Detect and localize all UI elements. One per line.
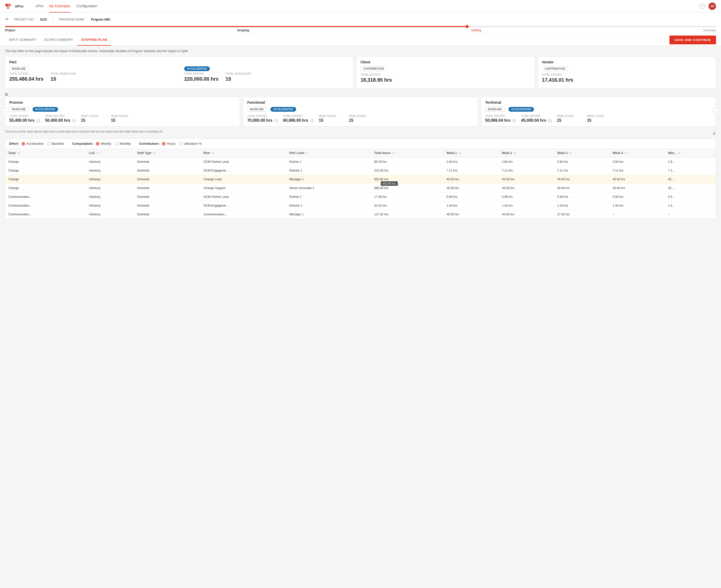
cell-2-7: 45.00 hrs — [499, 175, 554, 184]
contribution-utilization-radio[interactable] — [179, 142, 183, 146]
export-icon[interactable]: ⤓ — [712, 130, 716, 136]
cell-6-1: Advisory — [86, 210, 134, 219]
tab-scope-summary[interactable]: SCOPE SUMMARY — [40, 34, 77, 46]
col-header-staff-type[interactable]: Staff Type ⇅ — [134, 149, 200, 158]
program-name-value: Program ABC — [91, 18, 111, 21]
tab-staffing-plan[interactable]: STAFFING PLAN — [77, 34, 111, 46]
progress-track — [5, 26, 716, 27]
cat-acc-badge-0: ACCELERATED — [33, 107, 58, 112]
pwc-acc-headcount-value: 15 — [226, 76, 252, 82]
cat-baseline-badge-0: BASELINE — [9, 107, 28, 112]
category-card-0: Process BASELINE ACCELERATED TOTAL EFFOR… — [5, 97, 240, 126]
col-header-total-hours[interactable]: Total Hours ⇅ — [371, 149, 444, 158]
cell-2-3: Change Lead — [200, 175, 287, 184]
computation-weekly-radio[interactable] — [96, 142, 99, 146]
nav-link-my-estimates[interactable]: My Estimates — [49, 0, 70, 13]
pwc-baseline-headcount: TOTAL HEADCOUNT 15 — [50, 72, 77, 82]
info-icon-acc-2[interactable]: i — [548, 119, 552, 123]
col-header-wee...[interactable]: Wee... ⇅ — [665, 149, 716, 158]
sort-icon-9[interactable]: ⇅ — [624, 152, 627, 154]
col-header-role[interactable]: Role ⇅ — [200, 149, 287, 158]
eye-icon[interactable]: 👁 — [5, 17, 9, 22]
step-scoping[interactable]: Scoping — [237, 28, 249, 32]
nav-link-epro[interactable]: ePro — [36, 0, 43, 13]
cell-0-3: OCM Partner Lead — [200, 158, 287, 166]
col-header-week-2[interactable]: Week 2 ⇅ — [499, 149, 554, 158]
info-icon-baseline-2[interactable]: i — [512, 119, 516, 123]
cat-metrics-2: TOTAL EFFORT 50,086.04 hrs i TOTAL EFFOR… — [485, 115, 712, 123]
effort-baseline-radio[interactable] — [47, 142, 50, 146]
computation-weekly-label: Weekly — [101, 142, 111, 146]
vendor-card: Vendor CONTRIBUTION TOTAL EFFORT 17,416.… — [538, 56, 716, 89]
nav-arrow-left[interactable]: ‹ — [1, 108, 8, 115]
col-header-los[interactable]: LoS ⇅ — [86, 149, 134, 158]
effort-accelerated-label: Accelerated — [26, 142, 44, 146]
contribution-control-group: Contribution: Hours Utilization % — [139, 142, 202, 146]
progress-fill — [5, 26, 467, 27]
sort-icon-7[interactable]: ⇅ — [514, 152, 516, 154]
cat-acc-badge-2: ACCELERATED — [508, 107, 534, 112]
cell-5-7: 1.44 hrs — [499, 201, 554, 210]
sort-icon-5[interactable]: ⇅ — [393, 152, 395, 154]
vendor-effort: TOTAL EFFORT 17,416.01 hrs — [542, 74, 574, 83]
effort-baseline-option[interactable]: Baseline — [47, 142, 64, 146]
help-icon[interactable]: ? — [699, 3, 705, 9]
user-avatar[interactable]: JD — [708, 2, 716, 10]
step-project[interactable]: Project — [5, 28, 15, 32]
sort-icon-1[interactable]: ⇅ — [97, 152, 99, 154]
cell-0-6: 2.84 hrs — [444, 158, 499, 166]
col-header-week-3[interactable]: Week 3 ⇅ — [554, 149, 610, 158]
contribution-hours-option[interactable]: Hours — [162, 142, 175, 146]
sort-icon-8[interactable]: ⇅ — [569, 152, 571, 154]
table-row: Communication...AdvisoryDomesticOCM Enga… — [5, 201, 716, 210]
info-icon-acc-1[interactable]: i — [311, 119, 314, 123]
cell-2-8: 45.00 hrs — [554, 175, 610, 184]
info-icon-acc-0[interactable]: i — [72, 119, 76, 123]
pwc-baseline-effort-label: TOTAL EFFORT — [9, 72, 44, 75]
cell-4-4: Partner 1 — [287, 193, 371, 201]
project-meta: PROJECT NO: 0123 PROGRAM NAME: Program A… — [14, 17, 111, 22]
svg-rect-0 — [5, 4, 8, 6]
computation-monthly-radio[interactable] — [115, 142, 118, 146]
filter-icon[interactable]: ⧉ — [5, 92, 8, 97]
cat-baseline-hc-0: HEAD COUNT 15 — [81, 115, 106, 123]
cell-0-4: Partner 1 — [287, 158, 371, 166]
computation-monthly-option[interactable]: Monthly — [115, 142, 131, 146]
computation-weekly-option[interactable]: Weekly — [96, 142, 111, 146]
effort-accelerated-option[interactable]: Accelerated — [22, 142, 44, 146]
contribution-utilization-option[interactable]: Utilization % — [179, 142, 202, 146]
step-summary[interactable]: Summary — [703, 28, 716, 32]
table-row: ChangeAdvisoryDomesticOCM Engageme...Dir… — [5, 166, 716, 175]
info-icon-baseline-1[interactable]: i — [275, 119, 278, 123]
pwc-card-badges: BASELINE TOTAL EFFORT 255,486.04 hrs TOT… — [9, 67, 349, 82]
sort-icon-0[interactable]: ⇅ — [18, 152, 20, 154]
effort-baseline-label: Baseline — [52, 142, 64, 146]
cat-acc-hc-0: HEAD COUNT 15 — [111, 115, 136, 123]
info-icon-baseline-0[interactable]: i — [37, 119, 40, 123]
cell-0-0: Change — [5, 158, 86, 166]
nav-link-configuration[interactable]: Configuration — [76, 0, 97, 13]
nav-arrow-right[interactable]: › — [713, 108, 720, 115]
table-wrapper: Team ⇅LoS ⇅Staff Type ⇅Role ⇅PwC Level ⇅… — [5, 149, 716, 219]
col-header-pwc-level[interactable]: PwC Level ⇅ — [287, 149, 371, 158]
effort-accelerated-radio[interactable] — [22, 142, 25, 146]
sort-icon-6[interactable]: ⇅ — [459, 152, 461, 154]
contribution-hours-radio[interactable] — [162, 142, 166, 146]
cat-acc-effort-1: TOTAL EFFORT 60,086.00 hrs i — [283, 115, 314, 123]
sort-icon-2[interactable]: ⇅ — [153, 152, 155, 154]
col-header-week-4[interactable]: Week 4 ⇅ — [610, 149, 665, 158]
sort-icon-4[interactable]: ⇅ — [306, 152, 308, 154]
col-header-team[interactable]: Team ⇅ — [5, 149, 86, 158]
step-staffing[interactable]: Staffing — [471, 28, 481, 32]
cell-6-5: 117.02 hrs — [371, 210, 444, 219]
sort-icon-3[interactable]: ⇅ — [212, 152, 214, 154]
category-card-2: Technical BASELINE ACCELERATED TOTAL EFF… — [481, 97, 716, 126]
save-and-continue-button[interactable]: SAVE AND CONTINUE — [670, 36, 716, 44]
cat-metrics-0: TOTAL EFFORT 55,400.00 hrs i TOTAL EFFOR… — [9, 115, 236, 123]
vendor-effort-label: TOTAL EFFORT — [542, 74, 574, 76]
sort-icon-10[interactable]: ⇅ — [678, 152, 680, 154]
cell-1-5: 213.30 hrs — [371, 166, 444, 175]
col-header-week-1[interactable]: Week 1 ⇅ — [444, 149, 499, 158]
tab-input-summary[interactable]: INPUT SUMMARY — [5, 34, 40, 46]
cell-4-0: Communication... — [5, 193, 86, 201]
